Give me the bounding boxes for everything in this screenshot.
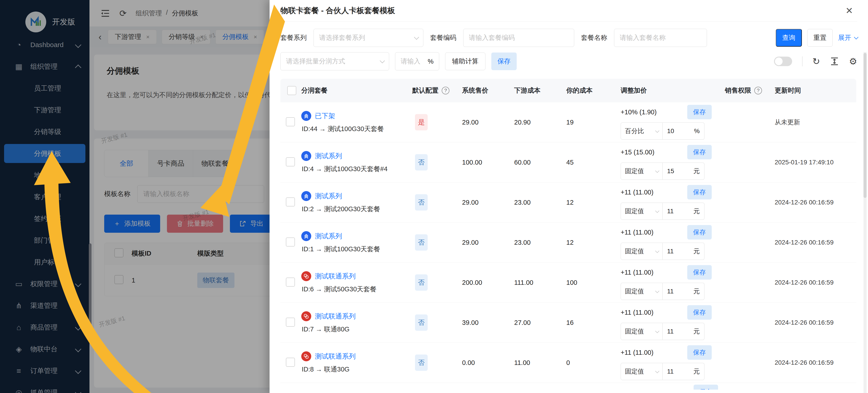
adjust-value-input[interactable]: 11元 [662,243,705,260]
series-link[interactable]: 测试联通系列 [315,312,355,321]
helper-calc-button[interactable]: 辅助计算 [445,53,486,70]
pricing-table: 分润套餐 默认配置 ? 系统售价 下游成本 你的成本 调整加价 销售权限 ? 更… [280,79,856,390]
row-checkbox[interactable] [286,157,295,166]
adjust-value-input[interactable]: 10% [662,123,705,140]
updated-time-cell: 2024-12-26 00:16:59 [770,319,856,326]
series-link[interactable]: 测试联通系列 [315,272,355,281]
mobile-series-icon [301,111,311,121]
mobile-series-icon [303,153,310,159]
bulk-mode-select[interactable]: 请选择批量分润方式 [280,52,389,70]
sys-price-cell: 29.00 [458,119,510,126]
package-id-line: ID:8 → 联通30G [301,365,408,374]
partial-next-row: 保存 [280,383,856,390]
row-save-button[interactable]: 保存 [687,105,712,119]
adjust-value-text: +11 (11.00) [621,229,653,236]
unicom-series-icon [301,311,311,321]
chevron-down-icon [380,58,385,63]
sys-price-cell: 0.00 [458,359,510,366]
row-save-button[interactable]: 保存 [687,185,712,199]
row-save-button[interactable]: 保存 [687,225,712,239]
view-toggle[interactable] [774,57,792,66]
pricing-table-header: 分润套餐 默认配置 ? 系统售价 下游成本 你的成本 调整加价 销售权限 ? 更… [280,79,856,102]
unicom-series-icon [301,271,311,281]
drawer-header: 物联卡套餐 - 合伙人卡板套餐模板 ✕ [280,0,857,22]
question-circle-icon[interactable]: ? [442,87,450,94]
package-id-line: ID:1 → 测试100G30天套餐 [301,245,408,254]
name-label: 套餐名称 [581,33,607,42]
question-circle-icon[interactable]: ? [754,87,762,94]
row-save-button[interactable]: 保存 [687,265,712,280]
your-cost-cell: 16 [562,319,616,326]
row-checkbox[interactable] [286,358,295,367]
updated-time-cell: 2024-12-26 00:16:59 [770,239,856,246]
row-height-icon[interactable] [830,57,839,66]
modal-dim-overlay[interactable] [0,0,270,393]
adjust-mode-select[interactable]: 百分比 [621,123,662,140]
row-checkbox[interactable] [286,197,295,206]
row-checkbox[interactable] [286,277,295,287]
adjust-mode-select[interactable]: 固定值 [621,283,662,300]
your-cost-cell: 12 [562,239,616,246]
row-checkbox[interactable] [286,237,295,247]
adjust-value-input[interactable]: 11元 [662,323,705,340]
col-package: 分润套餐 [297,86,408,95]
col-updated: 更新时间 [770,86,856,95]
adjust-value-input[interactable]: 11元 [662,203,705,220]
adjust-mode-select[interactable]: 固定值 [621,203,662,220]
mobile-series-icon [303,193,310,199]
series-link[interactable]: 测试系列 [315,232,342,241]
bulk-value-input[interactable]: 请输入 % [395,52,439,70]
your-cost-cell: 45 [562,159,616,166]
series-link[interactable]: 测试联通系列 [315,352,355,361]
your-cost-cell: 12 [562,199,616,206]
adjust-mode-select[interactable]: 固定值 [621,163,662,180]
row-save-button[interactable]: 保存 [693,385,718,390]
adjust-mode-select[interactable]: 固定值 [621,243,662,260]
drawer-scrollbar[interactable] [864,52,867,393]
adjust-unit: % [694,127,700,135]
bulk-save-button[interactable]: 保存 [491,53,517,70]
down-cost-cell: 20.90 [510,119,562,126]
expand-link[interactable]: 展开 [838,33,857,42]
reset-button[interactable]: 重置 [807,29,833,46]
mobile-series-icon [301,151,311,161]
settings-gear-icon[interactable]: ⚙ [849,56,857,67]
pricing-row: 测试联通系列ID:6 → 测试50G30天套餐否200.00111.00100+… [280,263,856,303]
row-checkbox[interactable] [286,117,295,126]
row-save-button[interactable]: 保存 [687,345,712,360]
row-save-button[interactable]: 保存 [687,145,712,159]
code-input[interactable]: 请输入套餐编码 [463,29,574,47]
search-button[interactable]: 查询 [776,29,802,46]
adjust-mode-select[interactable]: 固定值 [621,363,662,380]
series-select[interactable]: 请选择套餐系列 [313,29,423,47]
down-cost-cell: 27.00 [510,319,562,326]
row-checkbox[interactable] [286,318,295,327]
adjust-mode-select[interactable]: 固定值 [621,323,662,340]
pricing-row: 测试联通系列ID:8 → 联通30G否0.0011.000+11 (11.00)… [280,343,856,383]
adjust-value-input[interactable]: 11元 [662,363,705,380]
adjust-value-text: +15 (15.00) [621,149,654,156]
package-pricing-drawer: 物联卡套餐 - 合伙人卡板套餐模板 ✕ 套餐系列 请选择套餐系列 套餐编码 请输… [270,0,868,393]
series-link[interactable]: 已下架 [315,111,335,121]
chevron-down-icon [655,329,659,333]
adjust-value-input[interactable]: 15元 [662,163,705,180]
series-label: 套餐系列 [280,33,307,42]
default-config-tag: 否 [415,234,428,251]
chevron-down-icon [414,34,419,40]
col-default: 默认配置 ? [408,86,458,95]
close-icon[interactable]: ✕ [845,5,857,16]
select-all-checkbox[interactable] [287,86,296,95]
name-input[interactable]: 请输入套餐名称 [614,29,707,47]
package-id-line: ID:7 → 联通80G [301,325,408,334]
series-link[interactable]: 测试系列 [315,152,342,161]
pricing-row: 测试系列ID:1 → 测试100G30天套餐否29.0023.0012+11 (… [280,223,856,263]
row-save-button[interactable]: 保存 [687,305,712,320]
series-link[interactable]: 测试系列 [315,192,342,201]
adjust-value-text: +11 (11.00) [621,189,653,196]
refresh-table-icon[interactable]: ↻ [812,56,820,67]
unicom-series-icon [303,313,310,320]
updated-time-cell: 2024-12-26 00:16:59 [770,279,856,286]
your-cost-cell: 0 [562,359,616,366]
default-config-tag: 否 [415,194,428,210]
adjust-value-input[interactable]: 11元 [662,283,705,300]
